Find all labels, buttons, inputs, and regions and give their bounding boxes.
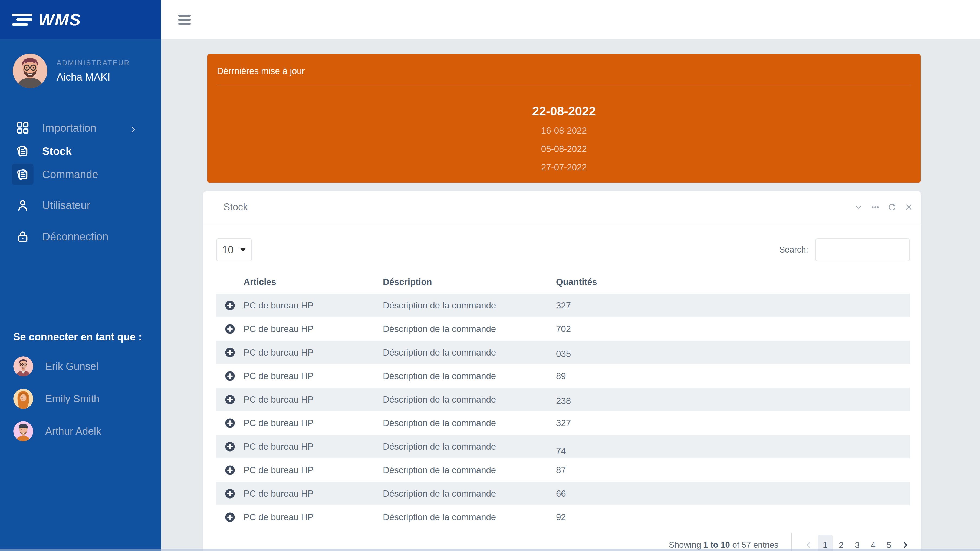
app-logo-text: WMS bbox=[38, 10, 81, 29]
showing-entries-text: Showing 1 to 10 of 57 entries bbox=[669, 540, 778, 550]
admin-profile: ADMINISTRATEUR Aicha MAKI bbox=[0, 39, 161, 88]
lock-icon bbox=[16, 230, 30, 244]
column-header-quantites: Quantités bbox=[556, 277, 910, 287]
table-row: PC de bureau HP Déscription de la comman… bbox=[216, 505, 910, 529]
table-row: PC de bureau HP Déscription de la comman… bbox=[216, 435, 910, 458]
column-header-articles: Articles bbox=[243, 277, 383, 287]
update-dates: 22-08-2022 16-08-2022 05-08-2022 27-07-2… bbox=[207, 86, 921, 173]
connect-user-name: Arthur Adelk bbox=[45, 426, 101, 437]
user-avatar bbox=[13, 421, 33, 441]
user-avatar bbox=[13, 389, 33, 409]
sidebar-item-utilisateur[interactable]: Utilisateur bbox=[0, 194, 161, 217]
updates-banner-title: Dérrniéres mise à jour bbox=[217, 66, 911, 76]
sidebar-item-label: Utilisateur bbox=[42, 199, 91, 211]
table-row: PC de bureau HP Déscription de la comman… bbox=[216, 388, 910, 411]
stock-card-title: Stock bbox=[223, 202, 248, 213]
expand-row-plus-icon[interactable] bbox=[224, 323, 235, 335]
sidebar-item-label: Déconnection bbox=[42, 230, 108, 243]
sidebar-item-deconnection[interactable]: Déconnection bbox=[0, 225, 161, 248]
expand-row-plus-icon[interactable] bbox=[224, 394, 235, 405]
next-page-chevron-icon[interactable] bbox=[901, 540, 910, 549]
sidebar-item-label: Commande bbox=[42, 168, 98, 181]
expand-row-plus-icon[interactable] bbox=[224, 370, 235, 382]
connect-user-emily[interactable]: Emily Smith bbox=[13, 389, 161, 409]
page-button-2[interactable]: 2 bbox=[834, 535, 849, 551]
latest-update-date: 22-08-2022 bbox=[207, 104, 921, 118]
role-label: ADMINISTRATEUR bbox=[57, 59, 130, 67]
expand-row-plus-icon[interactable] bbox=[224, 488, 235, 499]
column-header-description: Déscription bbox=[383, 277, 556, 287]
search-input[interactable] bbox=[815, 238, 910, 261]
sidebar-item-label: Stock bbox=[42, 145, 72, 157]
divider bbox=[791, 533, 792, 551]
horizontal-scrollbar[interactable] bbox=[0, 549, 980, 551]
user-avatar bbox=[13, 356, 33, 376]
table-row: PC de bureau HP Déscription de la comman… bbox=[216, 458, 910, 482]
caret-down-icon bbox=[240, 248, 246, 252]
pagination-row: Showing 1 to 10 of 57 entries 1 2 3 4 5 bbox=[216, 533, 910, 551]
table-row: PC de bureau HP Déscription de la comman… bbox=[216, 482, 910, 505]
sidebar-item-label: Importation bbox=[42, 122, 96, 134]
stock-card: Stock bbox=[204, 191, 921, 551]
update-date: 27-07-2022 bbox=[207, 162, 921, 173]
page-button-4[interactable]: 4 bbox=[865, 535, 881, 551]
hamburger-menu-icon[interactable] bbox=[178, 14, 191, 25]
table-row: PC de bureau HP Déscription de la comman… bbox=[216, 294, 910, 317]
more-options-ellipsis-icon[interactable] bbox=[871, 203, 880, 211]
expand-row-plus-icon[interactable] bbox=[224, 464, 235, 476]
documents-icon bbox=[16, 144, 30, 158]
page-button-5[interactable]: 5 bbox=[881, 535, 897, 551]
close-icon[interactable] bbox=[905, 203, 913, 211]
connect-user-name: Erik Gunsel bbox=[45, 360, 98, 372]
table-row: PC de bureau HP Déscription de la comman… bbox=[216, 341, 910, 364]
table-row: PC de bureau HP Déscription de la comman… bbox=[216, 364, 910, 388]
content: Dérrniéres mise à jour 22-08-2022 16-08-… bbox=[161, 39, 980, 551]
page-size-select[interactable]: 10 bbox=[216, 238, 251, 261]
admin-avatar bbox=[13, 54, 47, 88]
chevron-right-icon bbox=[129, 124, 137, 132]
collapse-chevron-icon[interactable] bbox=[854, 203, 863, 211]
table-header-row: Articles Déscription Quantités bbox=[216, 273, 910, 294]
previous-page-chevron-icon[interactable] bbox=[804, 540, 813, 549]
logo-bars-icon bbox=[12, 14, 33, 26]
connect-as-title: Se connecter en tant que : bbox=[13, 331, 161, 343]
search-label: Search: bbox=[779, 245, 808, 255]
topbar bbox=[161, 0, 980, 39]
table-row: PC de bureau HP Déscription de la comman… bbox=[216, 317, 910, 341]
user-icon bbox=[16, 198, 30, 212]
connect-user-name: Emily Smith bbox=[45, 393, 100, 405]
page-button-3[interactable]: 3 bbox=[850, 535, 865, 551]
sidebar-item-stock[interactable]: Stock bbox=[0, 140, 161, 163]
sidebar-item-commande[interactable]: Commande bbox=[0, 163, 161, 186]
connect-as-section: Se connecter en tant que : bbox=[0, 331, 161, 441]
sidebar: WMS ADMINISTRATEUR bbox=[0, 0, 161, 551]
logo[interactable]: WMS bbox=[0, 0, 161, 39]
expand-row-plus-icon[interactable] bbox=[224, 300, 235, 311]
refresh-icon[interactable] bbox=[888, 203, 896, 211]
main-area: Dérrniéres mise à jour 22-08-2022 16-08-… bbox=[161, 0, 980, 551]
connect-user-arthur[interactable]: Arthur Adelk bbox=[13, 421, 161, 441]
stock-card-header: Stock bbox=[204, 191, 921, 223]
sidebar-menu: Importation Stock bbox=[0, 116, 161, 248]
sidebar-item-importation[interactable]: Importation bbox=[0, 116, 161, 140]
documents-icon bbox=[16, 167, 30, 181]
expand-row-plus-icon[interactable] bbox=[224, 441, 235, 452]
expand-row-plus-icon[interactable] bbox=[224, 511, 235, 523]
update-date: 16-08-2022 bbox=[207, 125, 921, 136]
page-size-value: 10 bbox=[222, 244, 234, 256]
update-date: 05-08-2022 bbox=[207, 144, 921, 154]
expand-row-plus-icon[interactable] bbox=[224, 418, 235, 429]
admin-name: Aicha MAKI bbox=[57, 71, 130, 83]
connect-user-erik[interactable]: Erik Gunsel bbox=[13, 356, 161, 376]
expand-row-plus-icon[interactable] bbox=[224, 347, 235, 358]
stock-table: Articles Déscription Quantités PC de bur… bbox=[216, 273, 910, 529]
grid-icon bbox=[16, 121, 30, 135]
table-row: PC de bureau HP Déscription de la comman… bbox=[216, 411, 910, 435]
pagination: 1 2 3 4 5 bbox=[804, 535, 910, 551]
updates-banner: Dérrniéres mise à jour 22-08-2022 16-08-… bbox=[207, 54, 921, 183]
page-button-1[interactable]: 1 bbox=[818, 535, 833, 551]
